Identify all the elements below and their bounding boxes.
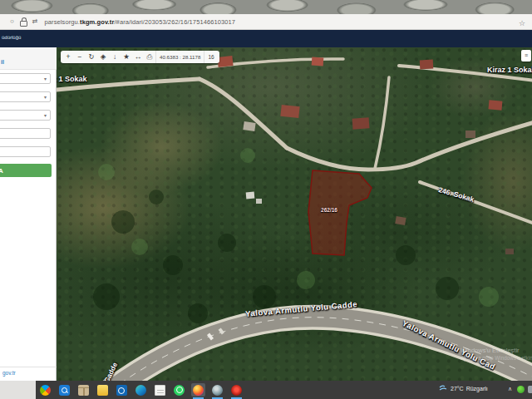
document-app-button[interactable]	[153, 383, 167, 397]
locate-button[interactable]: ◈	[97, 51, 109, 63]
weather-condition: Rüzgarlı	[466, 386, 488, 392]
edge-icon	[135, 385, 146, 396]
parcel-number-input[interactable]	[0, 146, 51, 157]
street-label-kiraz-1-sokak: Kiraz 1 Sokak	[57, 75, 87, 83]
neighborhood-select[interactable]: ▾	[0, 110, 51, 121]
district-select[interactable]: ▾	[0, 91, 51, 102]
document-icon	[155, 385, 165, 396]
google-earth-icon	[212, 385, 223, 396]
recorder-app-button[interactable]	[229, 383, 244, 397]
store-app-button[interactable]	[76, 383, 91, 397]
zoom-out-button[interactable]: −	[74, 51, 86, 63]
firefox-icon	[193, 385, 204, 396]
site-header: üdürlüğü	[0, 30, 532, 47]
outlook-icon	[116, 385, 127, 396]
coordinates-readout: 40.6383 : 28.1178	[155, 51, 204, 63]
search-app-button[interactable]	[57, 383, 71, 397]
taskbar-pinned-apps	[38, 383, 244, 397]
sidebar-tab-label-fragment[interactable]: il	[1, 59, 4, 65]
query-button-label-fragment: A	[0, 167, 3, 175]
browser-address-bar[interactable]: ○ ⇄ parselsorgu.tkgm.gov.tr/#ara/idari/2…	[0, 14, 532, 30]
photos-app-button[interactable]	[38, 383, 52, 397]
taskbar: 27°C Rüzgarlı ∧	[0, 381, 532, 399]
weather-temperature: 27°C	[451, 386, 464, 392]
download-button[interactable]: ↓	[109, 51, 121, 63]
photos-icon	[40, 385, 51, 396]
url-path: /#ara/idari/203053/262/16/1751466103017	[114, 18, 235, 26]
chevron-down-icon: ▾	[44, 112, 47, 118]
outlook-app-button[interactable]	[115, 383, 129, 397]
url-prefix: parselsorgu.	[45, 18, 80, 26]
watermark-line-1: Windows'u Etkinleştir	[461, 347, 532, 354]
screen: ○ ⇄ parselsorgu.tkgm.gov.tr/#ara/idari/2…	[0, 0, 532, 399]
google-earth-app-button[interactable]	[210, 383, 224, 397]
map-toolbar: + − ↻ ◈ ↓ ★ ↔ ⎙ 40.6383 : 28.1178 16	[61, 51, 219, 63]
search-icon	[59, 385, 70, 396]
layers-toggle-button[interactable]: ≡	[521, 50, 531, 62]
firefox-app-button[interactable]	[191, 383, 205, 397]
chevron-down-icon: ▾	[44, 76, 47, 81]
block-number-input[interactable]	[0, 128, 51, 139]
lock-icon[interactable]	[20, 17, 27, 27]
print-button[interactable]: ⎙	[144, 51, 155, 63]
measure-button[interactable]: ↔	[132, 51, 144, 63]
zoom-in-button[interactable]: +	[62, 51, 74, 63]
whatsapp-app-button[interactable]	[172, 383, 186, 397]
lock-body	[20, 21, 27, 27]
sidebar-header-strip	[0, 47, 57, 70]
url-domain: tkgm.gov.tr	[80, 18, 114, 26]
parcel-polygon	[308, 170, 372, 255]
watermark-line-2: Ayarlar'a gidip Windows'u etkinleştirin.	[461, 354, 532, 362]
sidebar-footer-divider	[0, 367, 57, 367]
site-title-fragment: üdürlüğü	[2, 35, 21, 40]
refresh-button[interactable]: ↻	[86, 51, 97, 63]
tray-clipped-icon[interactable]	[528, 386, 532, 393]
windows-activation-watermark: Windows'u Etkinleştir Ayarlar'a gidip Wi…	[461, 347, 532, 362]
query-button[interactable]: A	[0, 164, 52, 177]
url-text[interactable]: parselsorgu.tkgm.gov.tr/#ara/idari/20305…	[45, 18, 236, 26]
map-canvas[interactable]: Kiraz 1 Sokak Kiraz 1 Sokak 246. Sokak Y…	[57, 47, 532, 381]
package-box-icon	[78, 385, 89, 396]
site-permissions-icon[interactable]: ○	[10, 14, 14, 29]
whatsapp-icon	[174, 385, 185, 396]
bookmark-star-icon[interactable]: ☆	[519, 16, 525, 31]
sidebar-footer-link[interactable]: gov.tr	[2, 370, 16, 376]
edge-app-button[interactable]	[134, 383, 148, 397]
tray-antivirus-icon[interactable]	[517, 386, 525, 393]
file-explorer-button[interactable]	[96, 383, 110, 397]
street-label-kiraz-1-sokak-right: Kiraz 1 Sokak	[487, 66, 532, 74]
favorites-button[interactable]: ★	[121, 51, 132, 63]
taskbar-search-area[interactable]	[0, 381, 36, 399]
chevron-down-icon: ▾	[44, 94, 47, 100]
desktop-wallpaper	[0, 0, 532, 14]
weather-widget[interactable]: 27°C Rüzgarlı	[439, 385, 488, 392]
record-icon	[231, 385, 242, 396]
parcel-number-label[interactable]: 262/16	[306, 207, 352, 213]
folder-icon	[97, 385, 108, 396]
tray-expand-chevron-icon[interactable]: ∧	[508, 386, 512, 392]
map-geometry	[57, 47, 532, 381]
zoom-level-readout: 16	[204, 51, 217, 63]
wind-icon	[439, 385, 448, 392]
reader-mode-icon[interactable]: ⇄	[32, 14, 38, 29]
query-sidebar: il ▾ ▾ ▾ A gov.tr	[0, 47, 57, 381]
province-select[interactable]: ▾	[0, 73, 51, 84]
